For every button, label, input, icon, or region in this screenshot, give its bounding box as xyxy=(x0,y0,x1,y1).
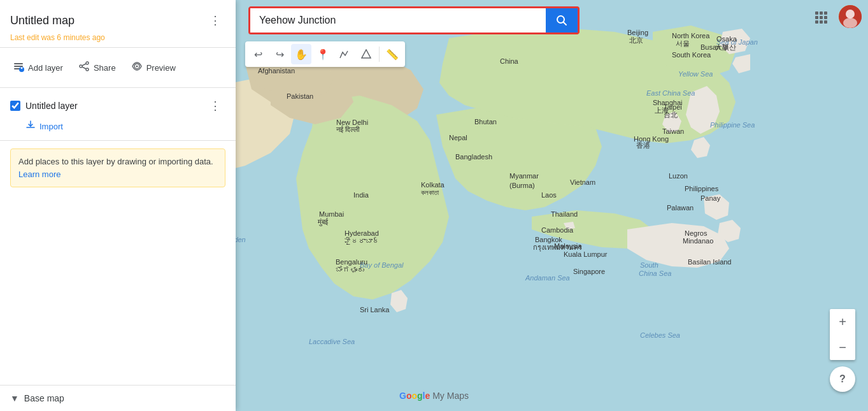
svg-point-101 xyxy=(86,68,89,71)
layer-visibility-checkbox[interactable] xyxy=(10,101,20,111)
basemap-label: Base map xyxy=(24,393,64,403)
svg-text:Osaka: Osaka xyxy=(716,35,737,43)
svg-rect-98 xyxy=(21,67,22,69)
svg-text:China Sea: China Sea xyxy=(639,270,671,277)
svg-text:Philippine Sea: Philippine Sea xyxy=(710,121,755,129)
svg-point-99 xyxy=(86,62,89,64)
svg-text:Laccadive Sea: Laccadive Sea xyxy=(309,338,355,345)
svg-text:Bangkok: Bangkok xyxy=(535,236,562,243)
info-box-text: Add places to this layer by drawing or i… xyxy=(18,157,213,166)
add-layer-label: Add layer xyxy=(28,63,63,73)
svg-text:กรุงเทพมหานคร: กรุงเทพมหานคร xyxy=(533,243,582,252)
svg-point-89 xyxy=(843,18,857,28)
svg-point-105 xyxy=(136,66,138,68)
pan-button[interactable]: ✋ xyxy=(291,44,311,64)
preview-button[interactable]: Preview xyxy=(124,55,183,80)
svg-text:Panay: Panay xyxy=(701,194,721,202)
svg-text:Celebes Sea: Celebes Sea xyxy=(640,331,680,339)
redo-button[interactable]: ↪ xyxy=(269,44,290,64)
undo-button[interactable]: ↩ xyxy=(248,44,268,64)
draw-polygon-button[interactable] xyxy=(356,44,376,64)
svg-text:India: India xyxy=(353,191,369,199)
svg-rect-94 xyxy=(14,66,23,67)
layer-header: Untitled layer ⋮ xyxy=(10,96,225,116)
svg-text:Singapore: Singapore xyxy=(573,268,605,275)
info-box: Add places to this layer by drawing or i… xyxy=(10,148,225,187)
marker-button[interactable]: 📍 xyxy=(313,44,333,64)
search-button[interactable] xyxy=(546,8,578,32)
basemap-row[interactable]: ▼ Base map xyxy=(10,393,225,403)
svg-text:Vietnam: Vietnam xyxy=(570,178,595,186)
svg-text:Thailand: Thailand xyxy=(551,210,578,218)
basemap-toggle-icon: ▼ xyxy=(10,393,19,403)
svg-text:Andaman Sea: Andaman Sea xyxy=(525,274,570,282)
help-button[interactable]: ? xyxy=(830,366,855,392)
svg-text:香港: 香港 xyxy=(636,141,650,149)
svg-text:Luzon: Luzon xyxy=(669,172,688,180)
learn-more-link[interactable]: Learn more xyxy=(18,169,60,179)
svg-text:South Korea: South Korea xyxy=(672,51,711,59)
svg-text:Bengaluru: Bengaluru xyxy=(336,258,367,266)
google-logo: Google My Maps xyxy=(399,391,469,401)
svg-point-88 xyxy=(846,10,855,18)
svg-text:Bhutan: Bhutan xyxy=(474,118,497,126)
map-toolbar: ↩ ↪ ✋ 📍 📏 xyxy=(245,41,405,67)
zoom-out-button[interactable]: − xyxy=(830,335,855,360)
share-button[interactable]: Share xyxy=(71,55,124,80)
search-container xyxy=(248,6,580,34)
layers-section: Untitled layer ⋮ Import Add places to th… xyxy=(0,88,236,385)
svg-marker-92 xyxy=(362,50,371,58)
import-label[interactable]: Import xyxy=(39,122,63,131)
last-edit-label: Last edit was 6 minutes ago xyxy=(10,33,225,42)
search-input[interactable] xyxy=(250,8,546,32)
svg-text:Laos: Laos xyxy=(541,191,557,199)
svg-text:Kolkata: Kolkata xyxy=(421,181,445,189)
svg-text:नई दिल्ली: नई दिल्ली xyxy=(336,126,360,133)
map-title: Untitled map xyxy=(10,14,75,27)
svg-text:Yellow Sea: Yellow Sea xyxy=(678,70,713,78)
svg-text:Palawan: Palawan xyxy=(667,204,694,212)
layer-more-options-button[interactable]: ⋮ xyxy=(205,96,225,116)
sidebar-header: Untitled map ⋮ Last edit was 6 minutes a… xyxy=(0,0,236,48)
svg-text:South: South xyxy=(640,261,658,269)
svg-text:Negros: Negros xyxy=(685,229,708,237)
svg-text:Busan 부산: Busan 부산 xyxy=(701,43,736,51)
zoom-in-button[interactable]: + xyxy=(830,309,855,335)
svg-text:ಬೆಂಗಳೂರು: ಬೆಂಗಳೂರು xyxy=(336,266,364,273)
user-avatar[interactable] xyxy=(839,5,862,28)
svg-line-91 xyxy=(564,22,567,25)
add-layer-button[interactable]: Add layer xyxy=(5,55,71,80)
svg-text:China: China xyxy=(500,57,519,65)
import-icon xyxy=(25,120,36,133)
svg-text:Hyderabad: Hyderabad xyxy=(345,229,379,237)
preview-label: Preview xyxy=(146,63,176,73)
svg-text:Sri Lanka: Sri Lanka xyxy=(360,306,390,314)
svg-text:台北: 台北 xyxy=(664,111,678,119)
svg-text:East China Sea: East China Sea xyxy=(646,89,695,97)
zoom-controls: + − xyxy=(830,309,855,360)
svg-text:Mindanao: Mindanao xyxy=(683,237,713,245)
layer-title-row: Untitled layer xyxy=(10,101,78,111)
svg-line-103 xyxy=(82,67,86,69)
svg-text:హైదరాబాద్: హైదరాబాద్ xyxy=(345,237,380,245)
title-row: Untitled map ⋮ xyxy=(10,10,225,31)
svg-point-100 xyxy=(80,65,82,68)
svg-text:北京: 北京 xyxy=(629,36,643,44)
share-label: Share xyxy=(94,63,116,73)
draw-line-button[interactable] xyxy=(334,44,355,64)
svg-line-102 xyxy=(82,64,86,66)
share-icon xyxy=(78,61,90,75)
svg-text:Taipei: Taipei xyxy=(664,103,682,111)
preview-icon xyxy=(131,61,143,75)
svg-rect-93 xyxy=(14,63,23,64)
layer-item: Untitled layer ⋮ Import xyxy=(0,88,236,141)
import-link[interactable]: Import xyxy=(10,120,225,133)
map-more-options-button[interactable]: ⋮ xyxy=(205,10,225,31)
svg-text:Myanmar: Myanmar xyxy=(509,172,539,180)
add-layer-icon xyxy=(13,61,24,75)
svg-text:मुंबई: मुंबई xyxy=(317,218,329,226)
measure-button[interactable]: 📏 xyxy=(382,44,402,64)
svg-text:কলকাতা: কলকাতা xyxy=(421,189,439,196)
svg-text:서울: 서울 xyxy=(676,40,690,47)
svg-text:Mumbai: Mumbai xyxy=(319,210,344,218)
